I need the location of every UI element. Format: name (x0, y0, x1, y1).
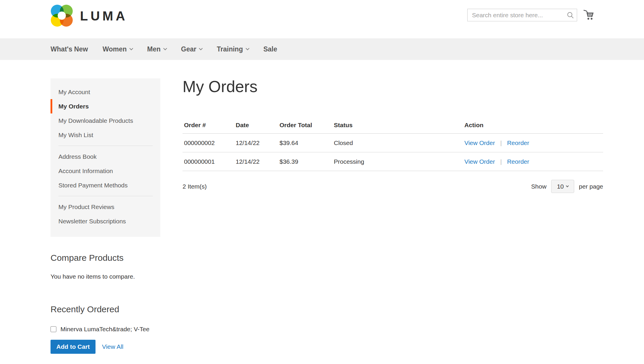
compare-empty-message: You have no items to compare. (51, 273, 173, 280)
cart-icon[interactable] (582, 9, 595, 21)
nav-item-women[interactable]: Women (103, 45, 133, 53)
chevron-down-icon (566, 184, 569, 187)
search-icon[interactable] (567, 11, 574, 19)
view-all-link[interactable]: View All (102, 343, 123, 350)
items-count: 2 Item(s) (183, 183, 207, 190)
list-item: Minerva LumaTech&trade; V-Tee (51, 326, 202, 333)
column-header-action: Action (463, 118, 603, 134)
column-header-order-number: Order # (183, 118, 234, 134)
add-to-cart-button[interactable]: Add to Cart (51, 340, 96, 354)
main-navigation: What's New Women Men Gear Training Sale (0, 38, 644, 60)
logo-text: LUMA (80, 9, 128, 23)
per-page-control: Show 10 per page (531, 180, 603, 193)
search-input[interactable] (467, 9, 577, 21)
page: LUMA Wh (0, 0, 644, 364)
compare-products-block: Compare Products You have no items to co… (51, 252, 173, 280)
sidebar-item-my-wish-list[interactable]: My Wish List (51, 128, 160, 142)
pagination-toolbar: 2 Item(s) Show 10 per page (183, 180, 603, 193)
sidebar-item-address-book[interactable]: Address Book (51, 149, 160, 164)
chevron-down-icon (199, 46, 203, 50)
table-row: 000000002 12/14/22 $39.64 Closed View Or… (183, 134, 603, 152)
reorder-link[interactable]: Reorder (507, 158, 529, 165)
chevron-down-icon (246, 46, 249, 50)
nav-item-gear[interactable]: Gear (181, 45, 202, 53)
sidebar-item-my-account[interactable]: My Account (51, 85, 160, 99)
column-header-date: Date (234, 118, 278, 134)
store-logo[interactable]: LUMA (51, 5, 128, 27)
sidebar-item-my-product-reviews[interactable]: My Product Reviews (51, 200, 160, 214)
orders-table-header-row: Order # Date Order Total Status Action (183, 118, 603, 134)
sidebar-item-stored-payment-methods[interactable]: Stored Payment Methods (51, 178, 160, 192)
orders-table: Order # Date Order Total Status Action 0… (183, 118, 603, 171)
column-header-order-total: Order Total (278, 118, 332, 134)
order-actions-cell: View Order|Reorder (463, 152, 603, 171)
recently-ordered-item-label: Minerva LumaTech&trade; V-Tee (60, 326, 150, 333)
order-status-cell: Closed (332, 134, 463, 152)
order-total-cell: $39.64 (278, 134, 332, 152)
order-date-cell: 12/14/22 (234, 134, 278, 152)
main-content: My Orders Order # Date Order Total Statu… (183, 78, 603, 193)
recently-ordered-block: Recently Ordered Minerva LumaTech&trade;… (51, 303, 202, 354)
sidebar-item-my-downloadable-products[interactable]: My Downloadable Products (51, 113, 160, 128)
order-total-cell: $36.39 (278, 152, 332, 171)
order-status-cell: Processing (332, 152, 463, 171)
sidebar-item-account-information[interactable]: Account Information (51, 164, 160, 178)
sidebar-item-my-orders[interactable]: My Orders (51, 99, 160, 113)
account-sidebar: My Account My Orders My Downloadable Pro… (51, 78, 160, 237)
sidebar-divider (58, 196, 153, 196)
luma-logo-icon (51, 5, 73, 27)
view-order-link[interactable]: View Order (464, 139, 495, 146)
action-separator: | (500, 158, 502, 165)
recently-ordered-actions: Add to Cart View All (51, 340, 202, 354)
order-actions-cell: View Order|Reorder (463, 134, 603, 152)
column-header-status: Status (332, 118, 463, 134)
chevron-down-icon (163, 46, 167, 50)
nav-item-men[interactable]: Men (147, 45, 166, 53)
show-label: Show (531, 183, 547, 190)
order-date-cell: 12/14/22 (234, 152, 278, 171)
recently-ordered-item-checkbox[interactable] (51, 326, 56, 332)
header: LUMA (0, 0, 644, 38)
search-box (467, 9, 577, 21)
order-number-cell: 000000001 (183, 152, 234, 171)
action-separator: | (500, 139, 502, 146)
table-row: 000000001 12/14/22 $36.39 Processing Vie… (183, 152, 603, 171)
header-right (467, 9, 595, 21)
compare-products-title: Compare Products (51, 252, 173, 264)
sidebar-divider (58, 146, 153, 146)
view-order-link[interactable]: View Order (464, 158, 495, 165)
sidebar-item-newsletter-subscriptions[interactable]: Newsletter Subscriptions (51, 214, 160, 228)
reorder-link[interactable]: Reorder (507, 139, 529, 146)
page-title: My Orders (183, 78, 603, 95)
nav-item-sale[interactable]: Sale (263, 45, 277, 53)
recently-ordered-title: Recently Ordered (51, 303, 202, 315)
page-size-select[interactable]: 10 (551, 180, 574, 193)
page-size-value: 10 (557, 183, 564, 190)
per-page-label: per page (579, 183, 603, 190)
nav-item-whats-new[interactable]: What's New (51, 45, 88, 53)
chevron-down-icon (129, 46, 133, 50)
order-number-cell: 000000002 (183, 134, 234, 152)
nav-item-training[interactable]: Training (217, 45, 249, 53)
